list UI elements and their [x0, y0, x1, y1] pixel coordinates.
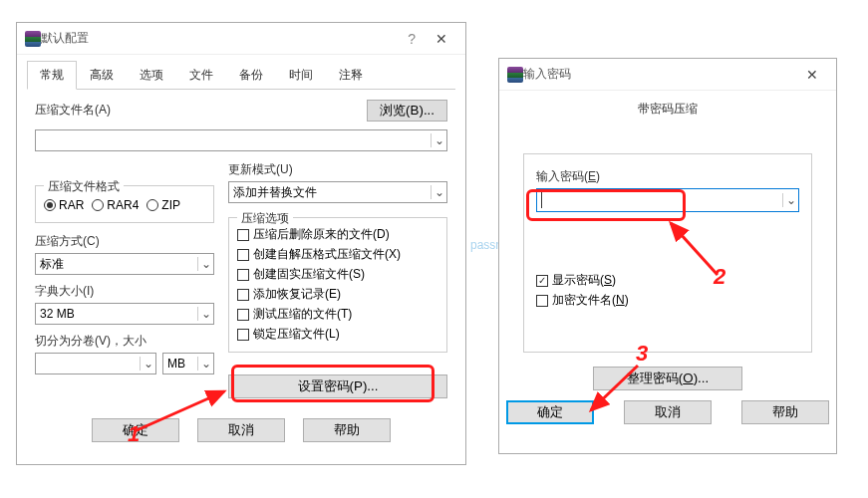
check-recovery[interactable]: 添加恢复记录(E) [237, 286, 438, 303]
archive-name-field[interactable] [36, 133, 431, 148]
update-mode-value: 添加并替换文件 [229, 184, 431, 201]
radio-icon [146, 199, 158, 211]
left-column: 压缩文件格式 RAR RAR4 ZIP 压缩方式(C) 标准 ⌄ 字典大小(I)… [35, 161, 214, 398]
tab-comment[interactable]: 注释 [326, 61, 376, 90]
tab-advanced[interactable]: 高级 [77, 61, 127, 90]
ok-button[interactable]: 确定 [92, 418, 179, 442]
chevron-down-icon[interactable]: ⌄ [197, 307, 213, 321]
check-lock-label: 锁定压缩文件(L) [253, 326, 340, 343]
check-test-label: 测试压缩的文件(T) [253, 306, 352, 323]
chevron-down-icon[interactable]: ⌄ [782, 193, 798, 207]
dict-value: 32 MB [36, 307, 197, 321]
chevron-down-icon[interactable]: ⌄ [197, 257, 213, 271]
dialog-button-row: 确定 取消 帮助 [499, 390, 836, 436]
checkbox-icon [536, 275, 548, 287]
method-value: 标准 [36, 256, 197, 273]
check-delete-label: 压缩后删除原来的文件(D) [253, 226, 390, 243]
radio-rar4-label: RAR4 [107, 198, 139, 212]
checkbox-icon [237, 289, 249, 301]
ok-button[interactable]: 确定 [506, 400, 594, 424]
dict-combo[interactable]: 32 MB ⌄ [35, 303, 214, 325]
format-fieldset: 压缩文件格式 RAR RAR4 ZIP [35, 185, 214, 223]
text-cursor [541, 192, 542, 208]
help-button[interactable]: 帮助 [303, 418, 391, 442]
update-mode-label: 更新模式(U) [228, 161, 447, 178]
check-test[interactable]: 测试压缩的文件(T) [237, 306, 438, 323]
checkbox-icon [237, 229, 249, 241]
format-legend: 压缩文件格式 [44, 178, 124, 195]
check-sfx[interactable]: 创建自解压格式压缩文件(X) [237, 246, 438, 263]
split-label: 切分为分卷(V)，大小 [35, 333, 214, 350]
dialog-content: 压缩文件名(A) 浏览(B)... ⌄ 压缩文件格式 RAR RAR4 ZIP … [17, 90, 465, 408]
options-legend: 压缩选项 [237, 210, 293, 227]
checkbox-icon [237, 269, 249, 281]
radio-rar4[interactable]: RAR4 [92, 198, 139, 212]
close-icon[interactable]: ✕ [426, 27, 457, 51]
check-show-password[interactable]: 显示密码(S) [536, 272, 799, 289]
split-unit-combo[interactable]: MB ⌄ [162, 353, 214, 374]
dialog-content: 输入密码(E) ⌄ 显示密码(S) 加密文件名(N) 整理密码(O)... [499, 133, 836, 390]
encrypt-names-label: 加密文件名(N) [552, 292, 629, 309]
update-mode-combo[interactable]: 添加并替换文件 ⌄ [228, 181, 447, 203]
chevron-down-icon[interactable]: ⌄ [431, 133, 446, 147]
chevron-down-icon[interactable]: ⌄ [140, 357, 155, 371]
checkbox-icon [536, 295, 548, 307]
browse-button[interactable]: 浏览(B)... [367, 100, 447, 122]
tab-options[interactable]: 选项 [127, 61, 176, 90]
check-solid-label: 创建固实压缩文件(S) [253, 266, 365, 283]
chevron-down-icon[interactable]: ⌄ [197, 357, 213, 371]
check-lock[interactable]: 锁定压缩文件(L) [237, 326, 438, 343]
titlebar: 输入密码 ✕ [499, 59, 836, 91]
dialog-title: 默认配置 [41, 30, 398, 47]
tab-general[interactable]: 常规 [27, 61, 77, 90]
password-input[interactable]: ⌄ [536, 188, 799, 212]
dict-label: 字典大小(I) [35, 283, 214, 300]
cancel-button[interactable]: 取消 [197, 418, 285, 442]
radio-zip-label: ZIP [161, 198, 180, 212]
checkbox-icon [237, 309, 249, 321]
archive-name-input[interactable]: ⌄ [35, 129, 447, 151]
right-column: 更新模式(U) 添加并替换文件 ⌄ 压缩选项 压缩后删除原来的文件(D) 创建自… [228, 161, 447, 398]
dialog-title: 输入密码 [523, 66, 796, 83]
radio-rar[interactable]: RAR [44, 198, 84, 212]
check-delete[interactable]: 压缩后删除原来的文件(D) [237, 226, 438, 243]
set-password-button[interactable]: 设置密码(P)... [228, 374, 447, 398]
titlebar-help-button[interactable]: ? [398, 27, 426, 51]
winrar-icon [25, 31, 41, 47]
password-label: 输入密码(E) [536, 168, 799, 185]
check-solid[interactable]: 创建固实压缩文件(S) [237, 266, 438, 283]
check-encrypt-names[interactable]: 加密文件名(N) [536, 292, 799, 309]
winrar-icon [507, 67, 523, 83]
check-sfx-label: 创建自解压格式压缩文件(X) [253, 246, 401, 263]
check-recovery-label: 添加恢复记录(E) [253, 286, 341, 303]
chevron-down-icon[interactable]: ⌄ [431, 185, 446, 199]
show-password-label: 显示密码(S) [552, 272, 616, 289]
password-fieldset: 输入密码(E) ⌄ 显示密码(S) 加密文件名(N) [523, 153, 812, 353]
checkbox-icon [237, 329, 249, 341]
organize-password-button[interactable]: 整理密码(O)... [593, 367, 742, 390]
radio-rar-label: RAR [59, 198, 84, 212]
split-size-combo[interactable]: ⌄ [35, 353, 156, 374]
tab-time[interactable]: 时间 [276, 61, 326, 90]
checkbox-icon [237, 249, 249, 261]
radio-icon [44, 199, 56, 211]
radio-icon [92, 199, 104, 211]
archive-name-label: 压缩文件名(A) [35, 102, 361, 119]
method-combo[interactable]: 标准 ⌄ [35, 253, 214, 275]
titlebar: 默认配置 ? ✕ [17, 23, 465, 55]
radio-zip[interactable]: ZIP [146, 198, 180, 212]
tab-backup[interactable]: 备份 [226, 61, 276, 90]
tab-files[interactable]: 文件 [176, 61, 226, 90]
enter-password-dialog: 输入密码 ✕ 带密码压缩 输入密码(E) ⌄ 显示密码(S) 加密文件名(N) … [498, 58, 837, 454]
close-icon[interactable]: ✕ [796, 63, 828, 87]
tabs: 常规 高级 选项 文件 备份 时间 注释 [17, 61, 465, 90]
options-fieldset: 压缩选项 压缩后删除原来的文件(D) 创建自解压格式压缩文件(X) 创建固实压缩… [228, 217, 447, 353]
help-button[interactable]: 帮助 [741, 400, 829, 424]
subtitle: 带密码压缩 [499, 91, 836, 133]
dialog-button-row: 确定 取消 帮助 [17, 408, 465, 454]
default-config-dialog: 默认配置 ? ✕ 常规 高级 选项 文件 备份 时间 注释 压缩文件名(A) 浏… [16, 22, 466, 465]
split-unit-value: MB [163, 357, 197, 371]
cancel-button[interactable]: 取消 [624, 400, 712, 424]
method-label: 压缩方式(C) [35, 233, 214, 250]
